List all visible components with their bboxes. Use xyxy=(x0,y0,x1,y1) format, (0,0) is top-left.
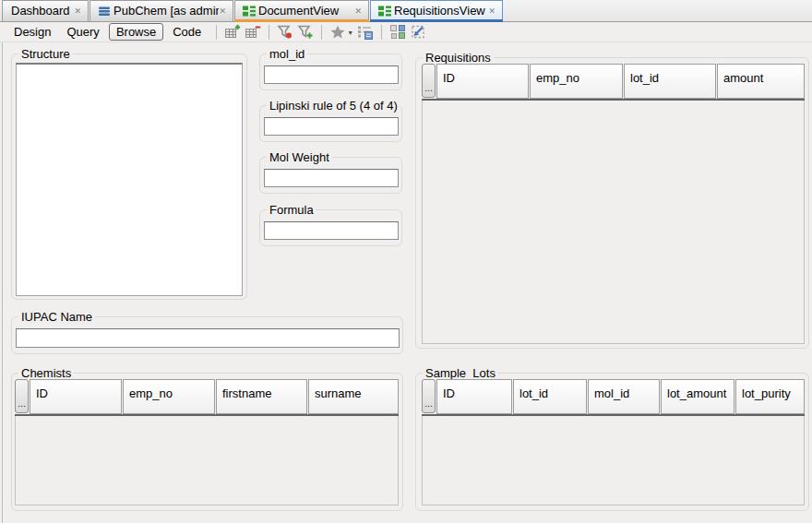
mol-id-widget: mol_id xyxy=(259,53,402,90)
tab-pubchem[interactable]: PubChem [as admin] ✕ xyxy=(90,0,233,21)
grid-form-icon xyxy=(377,4,392,18)
document-tab-strip: Dashboard ✕ PubChem [as admin] ✕ Documen… xyxy=(0,0,812,22)
column-header[interactable]: ID xyxy=(30,379,122,414)
iupac-input[interactable] xyxy=(16,328,400,348)
tab-documentview[interactable]: DocumentView ✕ xyxy=(234,0,369,21)
structure-widget: Structure xyxy=(11,53,247,300)
delete-row-icon[interactable] xyxy=(245,24,261,40)
formula-widget: Formula xyxy=(259,209,402,246)
filter-add-icon[interactable] xyxy=(297,24,314,40)
lipinski-input[interactable] xyxy=(264,117,399,136)
mode-design[interactable]: Design xyxy=(7,24,57,40)
mol-id-label: mol_id xyxy=(267,47,307,61)
structure-label: Structure xyxy=(18,47,73,61)
grid-form-icon xyxy=(242,4,257,18)
select-widget-icon[interactable] xyxy=(410,24,426,40)
toolbar-separator xyxy=(216,25,217,40)
mol-weight-label: Mol Weight xyxy=(267,150,332,164)
mode-browse[interactable]: Browse xyxy=(109,23,163,41)
sample-lots-widget: Sample_Lots ... ID lot_id mol_id lot_amo… xyxy=(415,373,809,511)
grid-header: ... ID lot_id mol_id lot_amount lot_puri… xyxy=(422,379,805,416)
formula-input[interactable] xyxy=(264,221,399,240)
requisitions-grid: ... ID emp_no lot_id amount xyxy=(422,64,805,344)
tab-label: RequisitionsView xyxy=(392,4,488,18)
close-icon[interactable]: ✕ xyxy=(488,6,496,16)
column-header[interactable]: lot_id xyxy=(513,379,587,414)
mol-weight-input[interactable] xyxy=(264,169,399,187)
column-header[interactable]: amount xyxy=(717,64,805,99)
view-toolbar: Design Query Browse Code xyxy=(0,22,812,42)
lipinski-label: Lipinski rule of 5 (4 of 4) xyxy=(267,99,400,113)
sample-lots-title: Sample_Lots xyxy=(423,366,498,380)
row-selector-button[interactable]: ... xyxy=(15,379,29,413)
iupac-label: IUPAC Name xyxy=(18,310,95,324)
grid-body[interactable] xyxy=(422,101,805,344)
tab-label: PubChem [as admin] xyxy=(112,4,219,18)
grid-body[interactable] xyxy=(422,416,805,505)
app-window: Dashboard ✕ PubChem [as admin] ✕ Documen… xyxy=(0,0,812,523)
close-icon[interactable]: ✕ xyxy=(219,6,226,16)
close-icon[interactable]: ✕ xyxy=(354,6,362,16)
widgets-icon[interactable] xyxy=(389,24,406,40)
column-header[interactable]: lot_purity xyxy=(735,379,805,414)
grid-body[interactable] xyxy=(15,416,399,505)
chemists-title: Chemists xyxy=(18,366,74,380)
column-header[interactable]: ID xyxy=(436,379,512,414)
mode-query[interactable]: Query xyxy=(60,24,105,40)
dropdown-caret-icon[interactable]: ▼ xyxy=(347,30,353,36)
column-header[interactable]: lot_amount xyxy=(661,379,734,414)
form-canvas: Structure mol_id Lipinski rule of 5 (4 o… xyxy=(0,42,812,523)
toolbar-separator xyxy=(269,25,269,40)
requisitions-widget: Requisitions ... ID emp_no lot_id amount xyxy=(415,57,809,349)
tab-requisitionsview[interactable]: RequisitionsView ✕ xyxy=(370,0,503,21)
column-header[interactable]: emp_no xyxy=(530,64,623,99)
panel-edge xyxy=(2,42,3,523)
filter-clear-icon[interactable] xyxy=(277,24,293,40)
list-details-icon[interactable] xyxy=(357,24,374,40)
column-header[interactable]: mol_id xyxy=(588,379,660,414)
row-selector-button[interactable]: ... xyxy=(422,379,436,413)
chemists-grid: ... ID emp_no firstname surname xyxy=(15,379,399,505)
tab-dashboard[interactable]: Dashboard ✕ xyxy=(2,0,89,21)
lipinski-widget: Lipinski rule of 5 (4 of 4) xyxy=(259,105,402,142)
favorites-icon[interactable] xyxy=(329,24,346,40)
mol-weight-widget: Mol Weight xyxy=(259,157,402,194)
mode-code[interactable]: Code xyxy=(166,24,208,40)
add-row-icon[interactable] xyxy=(224,24,241,40)
toolbar-separator xyxy=(381,25,382,40)
column-header[interactable]: emp_no xyxy=(123,379,215,414)
column-header[interactable]: firstname xyxy=(216,379,307,414)
mol-id-input[interactable] xyxy=(264,65,399,84)
row-selector-button[interactable]: ... xyxy=(422,64,436,98)
column-header[interactable]: lot_id xyxy=(624,64,716,99)
requisitions-title: Requisitions xyxy=(423,51,494,65)
grid-header: ... ID emp_no firstname surname xyxy=(15,379,399,416)
toolbar-separator xyxy=(321,25,322,40)
chemists-widget: Chemists ... ID emp_no firstname surname xyxy=(11,373,403,511)
structure-canvas[interactable] xyxy=(16,63,243,296)
menu-icon xyxy=(97,4,112,18)
sample-lots-grid: ... ID lot_id mol_id lot_amount lot_puri… xyxy=(422,379,805,505)
tab-label: Dashboard xyxy=(9,4,74,18)
close-icon[interactable]: ✕ xyxy=(74,6,81,16)
tab-label: DocumentView xyxy=(257,4,354,18)
column-header[interactable]: surname xyxy=(308,379,399,414)
column-header[interactable]: ID xyxy=(436,64,529,99)
iupac-widget: IUPAC Name xyxy=(11,316,403,354)
formula-label: Formula xyxy=(267,203,316,217)
grid-header: ... ID emp_no lot_id amount xyxy=(422,64,805,101)
